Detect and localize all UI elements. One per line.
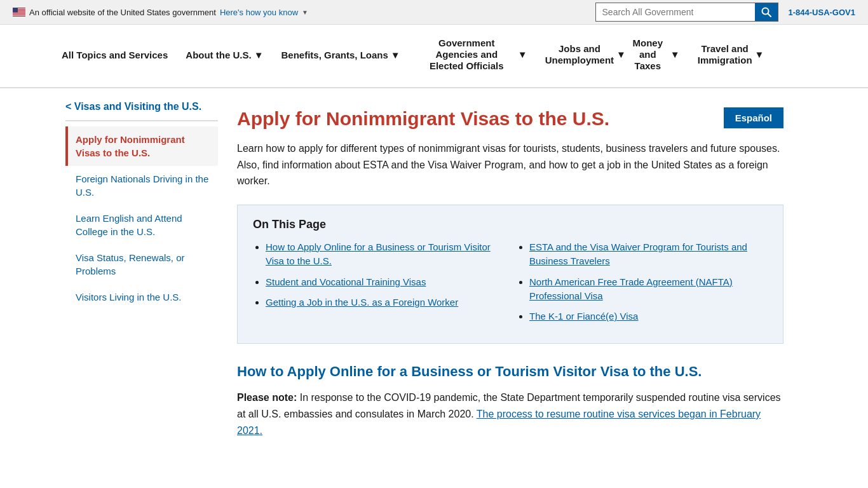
sidebar-item-visa-status[interactable]: Visa Status, Renewals, or Problems — [65, 245, 218, 284]
on-this-page-title: On This Page — [253, 218, 768, 231]
page-intro: Learn how to apply for different types o… — [237, 140, 783, 189]
page-title: Apply for Nonimmigrant Visas to the U.S. — [237, 107, 783, 130]
chevron-down-icon: ▼ — [254, 50, 264, 60]
espanol-button[interactable]: Español — [724, 107, 783, 128]
svg-rect-9 — [13, 14, 25, 15]
svg-rect-7 — [13, 13, 25, 13]
chevron-down-icon: ▼ — [518, 49, 527, 60]
svg-line-15 — [768, 14, 771, 17]
nav-item-benefits[interactable]: Benefits, Grants, Loans ▼ — [272, 25, 409, 87]
link-student-vocational[interactable]: Student and Vocational Training Visas — [266, 276, 426, 287]
nav-item-gov-agencies[interactable]: Government Agencies and Elected Official… — [409, 25, 536, 87]
sidebar-link-english[interactable]: Learn English and Attend College in the … — [68, 205, 218, 245]
nav-item-money[interactable]: Money and Taxes ▼ — [619, 25, 689, 87]
sidebar-link-foreign-driving[interactable]: Foreign Nationals Driving in the U.S. — [68, 166, 218, 205]
list-item: Getting a Job in the U.S. as a Foreign W… — [266, 295, 504, 309]
svg-rect-8 — [13, 13, 25, 14]
us-flag-icon — [13, 8, 25, 17]
on-this-page-list-col2: ESTA and the Visa Waiver Program for Tou… — [517, 240, 768, 330]
chevron-down-icon: ▼ — [302, 9, 308, 16]
svg-rect-10 — [13, 15, 25, 15]
link-k1[interactable]: The K-1 or Fiancé(e) Visa — [529, 311, 638, 322]
sidebar-link-visitors-living[interactable]: Visitors Living in the U.S. — [68, 284, 218, 310]
on-this-page-box: On This Page How to Apply Online for a B… — [237, 205, 783, 344]
section-title: How to Apply Online for a Business or To… — [237, 363, 783, 381]
sidebar-item-nonimmigrant[interactable]: Apply for Nonimmigrant Visas to the U.S. — [65, 126, 218, 166]
chevron-down-icon: ▼ — [670, 49, 680, 60]
list-item: Student and Vocational Training Visas — [266, 275, 504, 289]
nav-item-jobs[interactable]: Jobs and Unemployment ▼ — [536, 25, 619, 87]
top-bar-right: 1-844-USA-GOV1 — [595, 3, 855, 22]
on-this-page-grid: How to Apply Online for a Business or To… — [253, 240, 768, 330]
sidebar-back-link[interactable]: < Visas and Visiting the U.S. — [65, 101, 218, 121]
sidebar-item-foreign-driving[interactable]: Foreign Nationals Driving in the U.S. — [65, 166, 218, 205]
sidebar-link-nonimmigrant[interactable]: Apply for Nonimmigrant Visas to the U.S. — [68, 126, 218, 166]
main-container: < Visas and Visiting the U.S. Apply for … — [53, 88, 815, 451]
note-label: Please note: — [237, 392, 297, 403]
svg-rect-13 — [13, 8, 18, 13]
main-nav: All Topics and Services About the U.S. ▼… — [0, 25, 868, 88]
list-item: ESTA and the Visa Waiver Program for Tou… — [529, 240, 768, 269]
heres-how-link[interactable]: Here's how you know — [220, 8, 298, 17]
main-content: Español Apply for Nonimmigrant Visas to … — [237, 101, 783, 438]
top-bar: An official website of the United States… — [0, 0, 868, 25]
search-input[interactable] — [596, 4, 755, 20]
link-esta[interactable]: ESTA and the Visa Waiver Program for Tou… — [529, 241, 747, 266]
link-foreign-worker[interactable]: Getting a Job in the U.S. as a Foreign W… — [266, 297, 458, 308]
on-this-page-list-col1: How to Apply Online for a Business or To… — [253, 240, 504, 330]
list-item: The K-1 or Fiancé(e) Visa — [529, 309, 768, 323]
nav-item-all-topics[interactable]: All Topics and Services — [53, 25, 177, 87]
sidebar-item-english[interactable]: Learn English and Attend College in the … — [65, 205, 218, 245]
phone-link[interactable]: 1-844-USA-GOV1 — [789, 8, 855, 17]
list-item: How to Apply Online for a Business or To… — [266, 240, 504, 269]
note-paragraph: Please note: In response to the COVID-19… — [237, 390, 783, 438]
official-notice: An official website of the United States… — [13, 8, 308, 17]
sidebar-nav: Apply for Nonimmigrant Visas to the U.S.… — [65, 126, 218, 310]
sidebar: < Visas and Visiting the U.S. Apply for … — [65, 101, 218, 438]
sidebar-link-visa-status[interactable]: Visa Status, Renewals, or Problems — [68, 245, 218, 284]
sidebar-item-visitors-living[interactable]: Visitors Living in the U.S. — [65, 284, 218, 310]
chevron-down-icon: ▼ — [391, 50, 400, 60]
link-business-tourism[interactable]: How to Apply Online for a Business or To… — [266, 241, 491, 266]
nav-item-about[interactable]: About the U.S. ▼ — [177, 25, 272, 87]
nav-item-travel[interactable]: Travel and Immigration ▼ — [689, 25, 759, 87]
search-icon — [761, 7, 771, 17]
link-nafta[interactable]: North American Free Trade Agreement (NAF… — [529, 276, 733, 301]
search-button[interactable] — [755, 3, 778, 21]
svg-rect-12 — [13, 16, 25, 17]
list-item: North American Free Trade Agreement (NAF… — [529, 275, 768, 304]
official-text: An official website of the United States… — [29, 8, 216, 17]
svg-rect-11 — [13, 15, 25, 16]
search-container — [595, 3, 778, 22]
chevron-down-icon: ▼ — [755, 49, 764, 60]
nav-inner: All Topics and Services About the U.S. ▼… — [53, 25, 815, 87]
